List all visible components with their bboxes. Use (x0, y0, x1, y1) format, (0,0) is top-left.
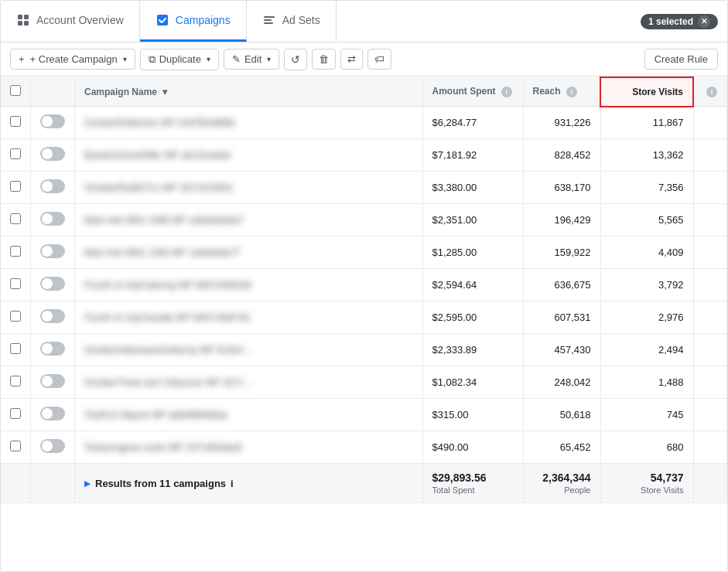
row-store-visits: 11,867 (600, 107, 693, 139)
row-toggle[interactable] (40, 277, 65, 291)
tab-campaigns[interactable]: Campaigns (140, 1, 247, 42)
table-row: OctoberDollarHez WF A4dTB43986c $6,284.7… (1, 107, 727, 139)
row-checkbox[interactable] (10, 181, 21, 192)
row-toggle-cell[interactable] (31, 107, 75, 139)
row-toggle-cell[interactable] (31, 399, 75, 431)
row-toggle[interactable] (40, 374, 65, 388)
row-reach: 50,618 (523, 399, 600, 431)
refresh-button[interactable]: ↺ (284, 49, 307, 70)
svg-rect-0 (18, 15, 22, 19)
create-rule-button[interactable]: Create Rule (644, 49, 718, 70)
row-toggle[interactable] (40, 244, 65, 258)
row-amount-spent: $1,285.00 (422, 237, 523, 269)
row-info-cell (693, 237, 727, 269)
row-toggle[interactable] (40, 147, 65, 161)
reach-info-icon[interactable]: i (566, 87, 577, 97)
row-reach: 65,452 (523, 431, 600, 464)
row-store-visits: 2,976 (600, 301, 693, 334)
footer-expand-icon[interactable]: ▶ (84, 479, 91, 488)
tag-button[interactable]: 🏷 (367, 49, 391, 70)
toggle-slider (40, 147, 65, 161)
duplicate-caret-icon: ▾ (207, 55, 210, 63)
row-toggle-cell[interactable] (31, 431, 75, 464)
row-checkbox[interactable] (10, 441, 21, 451)
table-row: Fourth of JulyCatering WF 848718491b5 $2… (1, 269, 727, 301)
row-checkbox-cell[interactable] (1, 139, 31, 172)
row-amount-spent: $1,082.34 (422, 366, 523, 399)
row-toggle-cell[interactable] (31, 172, 75, 204)
row-toggle[interactable] (40, 439, 65, 453)
amount-info-icon[interactable]: i (501, 87, 512, 97)
row-amount-spent: $2,594.64 (422, 269, 523, 301)
row-toggle[interactable] (40, 309, 65, 323)
table-row: Main Ads 0901 1098 WF ra9a9a9a9a7 $2,351… (1, 204, 727, 237)
row-checkbox-cell[interactable] (1, 366, 31, 399)
campaign-name-text: Fourth of JulyCanade WF 848714b873d (84, 312, 249, 323)
footer-info-icon[interactable]: i (231, 478, 234, 489)
row-checkbox[interactable] (10, 148, 21, 159)
row-store-visits: 2,494 (600, 334, 693, 366)
row-checkbox[interactable] (10, 116, 21, 127)
row-checkbox-cell[interactable] (1, 334, 31, 366)
row-checkbox-cell[interactable] (1, 172, 31, 204)
row-checkbox[interactable] (10, 343, 21, 354)
tab-ad-sets[interactable]: Ad Sets (247, 1, 337, 42)
delete-button[interactable]: 🗑 (312, 49, 336, 70)
clear-selection-button[interactable]: ✕ (698, 15, 710, 28)
row-toggle-cell[interactable] (31, 301, 75, 334)
row-info-cell (693, 366, 727, 399)
header-select-all[interactable] (1, 77, 31, 107)
store-visits-label: Store Visits (632, 87, 683, 97)
row-checkbox-cell[interactable] (1, 269, 31, 301)
row-toggle-cell[interactable] (31, 204, 75, 237)
row-toggle-cell[interactable] (31, 139, 75, 172)
duplicate-button[interactable]: ⧉ Duplicate ▾ (140, 49, 219, 70)
row-checkbox-cell[interactable] (1, 237, 31, 269)
edit-label: Edit (244, 53, 261, 65)
table-row: Fourth of JulyCanade WF 848714b873d $2,5… (1, 301, 727, 334)
row-info-cell (693, 399, 727, 431)
header-info[interactable]: i (693, 77, 727, 107)
row-info-cell (693, 334, 727, 366)
row-toggle[interactable] (40, 212, 65, 226)
row-store-visits: 1,488 (600, 366, 693, 399)
footer-total-store-visits-label: Store Visits (610, 485, 684, 495)
row-toggle-cell[interactable] (31, 237, 75, 269)
row-toggle-cell[interactable] (31, 334, 75, 366)
row-toggle[interactable] (40, 342, 65, 356)
row-toggle-cell[interactable] (31, 269, 75, 301)
row-info-cell (693, 172, 727, 204)
row-toggle[interactable] (40, 114, 65, 128)
row-campaign-name: Main Ads 0901 1393 WF 1a9a9a9a77 (75, 237, 423, 269)
row-checkbox[interactable] (10, 246, 21, 257)
row-checkbox[interactable] (10, 376, 21, 386)
row-toggle[interactable] (40, 407, 65, 420)
row-checkbox-cell[interactable] (1, 399, 31, 431)
row-checkbox[interactable] (10, 213, 21, 224)
header-campaign-name[interactable]: Campaign Name ▾ (75, 77, 423, 107)
row-checkbox-cell[interactable] (1, 107, 31, 139)
campaign-name-text: Testaumgews.unsln WF 24714b5ake8 (84, 442, 241, 453)
header-info-icon[interactable]: i (706, 87, 717, 97)
svg-rect-2 (18, 21, 22, 26)
row-checkbox[interactable] (10, 408, 21, 419)
row-checkbox-cell[interactable] (1, 431, 31, 464)
row-amount-spent: $490.00 (422, 431, 523, 464)
footer-total-reach-label: People (533, 485, 591, 495)
row-checkbox-cell[interactable] (1, 301, 31, 334)
create-caret-icon: ▾ (123, 55, 127, 63)
row-toggle[interactable] (40, 179, 65, 193)
row-checkbox-cell[interactable] (1, 204, 31, 237)
row-checkbox[interactable] (10, 278, 21, 289)
row-store-visits: 680 (600, 431, 693, 464)
row-reach: 248,042 (523, 366, 600, 399)
move-button[interactable]: ⇄ (340, 49, 363, 70)
select-all-checkbox[interactable] (10, 85, 21, 96)
tab-account-overview[interactable]: Account Overview (1, 1, 140, 42)
row-toggle-cell[interactable] (31, 366, 75, 399)
edit-button[interactable]: ✎ Edit ▾ (224, 49, 279, 70)
row-amount-spent: $2,595.00 (422, 301, 523, 334)
create-campaign-button[interactable]: + + Create Campaign ▾ (10, 49, 135, 70)
campaigns-check-icon (156, 13, 169, 27)
row-checkbox[interactable] (10, 311, 21, 322)
